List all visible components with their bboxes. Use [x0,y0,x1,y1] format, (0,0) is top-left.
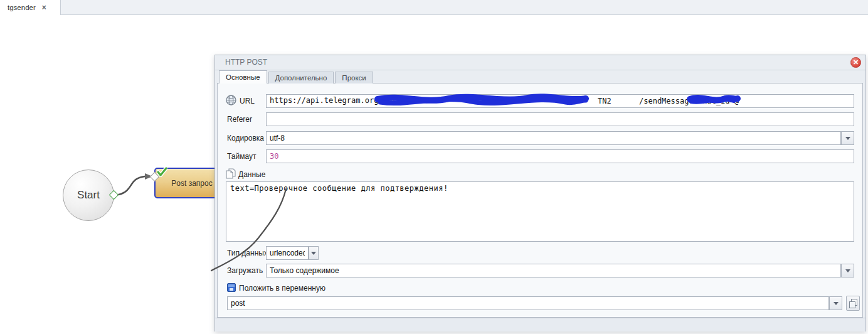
encoding-input[interactable] [266,131,841,145]
main-tab-panel: URL https://api.telegram.org/bot98-TN2/s… [217,83,863,318]
url-suffix-text: /sendMessage?chat_id=@ [639,97,739,105]
data-type-input[interactable] [266,246,309,260]
url-redacted-fragment-1: 98- [482,97,495,105]
timeout-label: Таймаут [227,152,256,161]
load-mode-input[interactable] [266,264,841,277]
dialog-footer [215,318,865,331]
referer-input[interactable] [266,112,854,126]
data-page-icon [226,168,236,179]
tab-close-icon[interactable]: × [42,4,46,11]
timeout-input[interactable] [266,149,854,163]
start-node[interactable]: Start [63,170,114,221]
data-textarea[interactable]: text=Проверочное сообщение для подтвержд… [226,181,854,242]
url-label: URL [240,97,255,105]
encoding-dropdown-button[interactable] [841,131,854,145]
copy-variable-button[interactable] [846,296,860,311]
copy-icon [849,299,857,308]
http-post-dialog: HTTP POST ✕ Основные Дополнительно Прокс… [214,55,866,331]
document-tabbar: tgsender × [0,0,868,15]
url-prefix-text: https://api.telegram.org/bot [270,96,396,105]
success-check-icon [157,167,167,177]
globe-icon [226,95,236,105]
tab-title: tgsender [8,4,36,11]
encoding-label: Кодировка [227,134,264,143]
variable-dropdown-button[interactable] [829,296,842,310]
load-mode-label: Загружать [227,266,263,275]
put-to-variable-label: Положить в переменную [239,284,326,293]
variable-icon [227,283,236,292]
referer-label: Referer [227,115,252,124]
connector-start-to-post [119,176,145,195]
data-label: Данные [238,170,265,179]
load-mode-dropdown-button[interactable] [841,264,854,277]
tab-tgsender[interactable]: tgsender × [0,0,61,15]
tab-proksi[interactable]: Прокси [335,72,373,84]
dialog-tabs: Основные Дополнительно Прокси [219,70,374,84]
app-root: tgsender × Start Post запрос HTTP POST ✕… [0,0,868,334]
dialog-title: HTTP POST [225,58,267,67]
tab-osnovnye[interactable]: Основные [219,70,267,84]
start-node-label: Start [77,189,100,202]
variable-input[interactable] [227,296,829,310]
url-input[interactable]: https://api.telegram.org/bot98-TN2/sendM… [266,94,854,108]
tab-dopolnitelno[interactable]: Дополнительно [268,72,334,84]
data-type-label: Тип данных [227,249,268,257]
dialog-close-button[interactable]: ✕ [850,57,861,68]
data-type-dropdown-button[interactable] [309,246,319,260]
post-request-node-label: Post запрос [167,179,212,188]
url-redacted-fragment-2: TN2 [598,97,611,105]
